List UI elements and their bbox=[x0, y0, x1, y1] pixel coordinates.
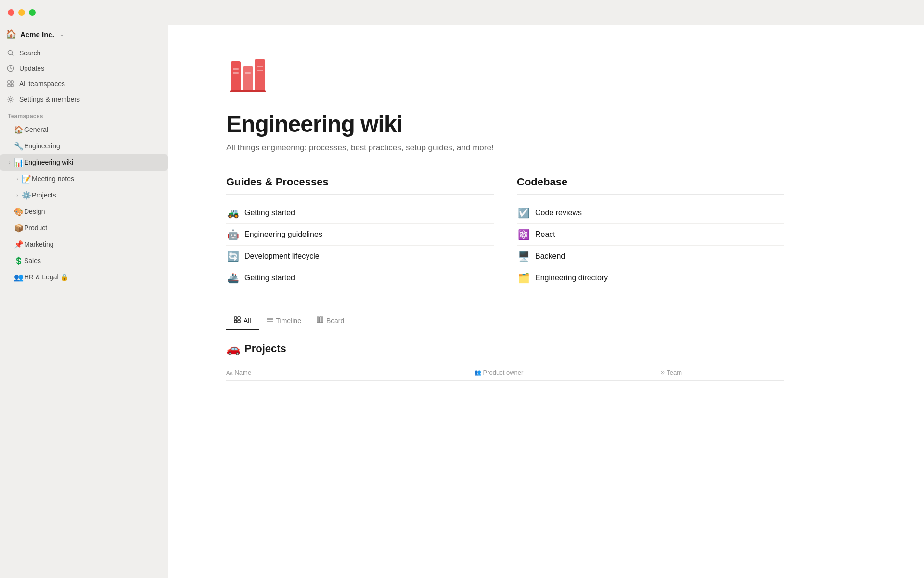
sidebar-engineering-label: Engineering bbox=[24, 142, 162, 150]
svg-rect-5 bbox=[8, 84, 10, 87]
svg-rect-20 bbox=[257, 70, 263, 71]
sidebar-item-search[interactable]: Search bbox=[0, 45, 168, 61]
projects-section: 🚗 Projects Aa Name 👥 Product owner ⊙ Tea… bbox=[226, 342, 784, 381]
tab-timeline[interactable]: Timeline bbox=[259, 312, 309, 330]
sidebar-item-general[interactable]: 🏠 General bbox=[0, 121, 168, 138]
tab-board[interactable]: Board bbox=[309, 312, 352, 330]
traffic-lights bbox=[8, 9, 36, 16]
sidebar-hr-legal-label: HR & Legal 🔒 bbox=[24, 273, 162, 281]
chevron-right-icon: › bbox=[6, 158, 13, 166]
link-getting-started-2[interactable]: 🚢 Getting started bbox=[226, 267, 494, 289]
sidebar-settings-label: Settings & members bbox=[19, 95, 80, 103]
sidebar-item-settings[interactable]: Settings & members bbox=[0, 92, 168, 107]
projects-section-title: Projects bbox=[244, 342, 286, 355]
sidebar-item-design[interactable]: 🎨 Design bbox=[0, 203, 168, 220]
code-reviews-icon: ☑️ bbox=[517, 207, 530, 219]
svg-rect-16 bbox=[233, 68, 239, 70]
page-content-area: Engineering wiki All things engineering:… bbox=[168, 25, 842, 409]
backend-label: Backend bbox=[535, 252, 565, 261]
sidebar-item-meeting-notes[interactable]: › 📝 Meeting notes bbox=[0, 171, 168, 187]
link-getting-started-1[interactable]: 🚜 Getting started bbox=[226, 202, 494, 224]
clock-icon bbox=[6, 64, 15, 73]
page-hero-icon bbox=[226, 54, 784, 99]
sidebar-product-label: Product bbox=[24, 224, 162, 232]
sidebar-all-teamspaces-label: All teamspaces bbox=[19, 80, 65, 88]
link-engineering-guidelines[interactable]: 🤖 Engineering guidelines bbox=[226, 224, 494, 246]
react-label: React bbox=[535, 230, 555, 239]
engineering-directory-label: Engineering directory bbox=[535, 274, 608, 282]
backend-icon: 🖥️ bbox=[517, 250, 530, 262]
workspace-name: Acme Inc. bbox=[20, 30, 54, 39]
col-owner-icon: 👥 bbox=[475, 369, 481, 376]
chevron-icon bbox=[6, 257, 13, 264]
getting-started-1-label: Getting started bbox=[244, 209, 295, 217]
codebase-section: Codebase ☑️ Code reviews ⚛️ React 🖥️ Bac… bbox=[517, 176, 784, 289]
sidebar-item-updates[interactable]: Updates bbox=[0, 61, 168, 76]
svg-rect-14 bbox=[255, 59, 265, 92]
chevron-icon bbox=[6, 224, 13, 232]
sidebar-item-marketing[interactable]: 📌 Marketing bbox=[0, 236, 168, 252]
projects-section-emoji: 🚗 bbox=[226, 342, 241, 355]
main-content: Engineering wiki All things engineering:… bbox=[168, 0, 924, 578]
react-icon: ⚛️ bbox=[517, 229, 530, 240]
link-development-lifecycle[interactable]: 🔄 Development lifecycle bbox=[226, 246, 494, 267]
sections-grid: Guides & Processes 🚜 Getting started 🤖 E… bbox=[226, 176, 784, 289]
svg-rect-6 bbox=[11, 84, 13, 87]
guides-section-title: Guides & Processes bbox=[226, 176, 494, 195]
svg-rect-13 bbox=[243, 66, 253, 92]
svg-line-1 bbox=[12, 54, 14, 56]
sidebar-item-projects[interactable]: › ⚙️ Projects bbox=[0, 187, 168, 203]
teamspaces-header: Teamspaces bbox=[0, 107, 168, 121]
svg-rect-28 bbox=[317, 317, 319, 323]
chevron-icon bbox=[6, 208, 13, 215]
svg-rect-24 bbox=[238, 320, 240, 323]
sidebar-item-all-teamspaces[interactable]: All teamspaces bbox=[0, 76, 168, 92]
page-subtitle: All things engineering: processes, best … bbox=[226, 143, 784, 153]
svg-rect-22 bbox=[238, 317, 240, 319]
meeting-notes-emoji: 📝 bbox=[21, 173, 32, 184]
tab-timeline-label: Timeline bbox=[276, 317, 301, 325]
engineering-directory-icon: 🗂️ bbox=[517, 272, 530, 284]
engineering-guidelines-icon: 🤖 bbox=[226, 229, 240, 240]
traffic-light-yellow[interactable] bbox=[18, 9, 25, 16]
tab-all-label: All bbox=[244, 317, 251, 325]
link-backend[interactable]: 🖥️ Backend bbox=[517, 246, 784, 267]
tab-all[interactable]: All bbox=[226, 312, 259, 330]
traffic-light-red[interactable] bbox=[8, 9, 14, 16]
sidebar-marketing-label: Marketing bbox=[24, 240, 162, 248]
svg-rect-15 bbox=[230, 90, 266, 92]
col-header-name: Aa Name bbox=[226, 369, 475, 376]
col-name-label: Name bbox=[234, 369, 251, 376]
chevron-right-icon: › bbox=[13, 191, 21, 199]
svg-rect-4 bbox=[11, 81, 13, 83]
svg-rect-23 bbox=[234, 320, 237, 323]
design-emoji: 🎨 bbox=[13, 206, 24, 217]
grid-icon bbox=[6, 79, 15, 89]
sidebar-item-hr-legal[interactable]: 👥 HR & Legal 🔒 bbox=[0, 269, 168, 285]
chevron-icon bbox=[6, 273, 13, 281]
marketing-emoji: 📌 bbox=[13, 239, 24, 250]
link-code-reviews[interactable]: ☑️ Code reviews bbox=[517, 202, 784, 224]
getting-started-1-icon: 🚜 bbox=[226, 207, 240, 219]
tab-board-icon bbox=[317, 316, 323, 325]
sidebar-item-sales[interactable]: 💲 Sales bbox=[0, 252, 168, 269]
sidebar-item-engineering-wiki[interactable]: › 📊 Engineering wiki bbox=[0, 154, 168, 171]
link-engineering-directory[interactable]: 🗂️ Engineering directory bbox=[517, 267, 784, 289]
chevron-right-icon: › bbox=[13, 175, 21, 183]
svg-rect-29 bbox=[319, 317, 321, 323]
col-name-icon: Aa bbox=[226, 370, 232, 376]
sidebar-design-label: Design bbox=[24, 208, 162, 215]
traffic-light-green[interactable] bbox=[29, 9, 36, 16]
col-team-label: Team bbox=[667, 369, 682, 376]
tab-timeline-icon bbox=[267, 316, 273, 325]
codebase-section-title: Codebase bbox=[517, 176, 784, 195]
link-react[interactable]: ⚛️ React bbox=[517, 224, 784, 246]
search-icon bbox=[6, 48, 15, 58]
workspace-switcher[interactable]: 🏠 Acme Inc. ⌄ bbox=[0, 25, 168, 43]
svg-rect-21 bbox=[234, 317, 237, 319]
chevron-icon bbox=[6, 142, 13, 150]
sidebar-item-product[interactable]: 📦 Product bbox=[0, 220, 168, 236]
development-lifecycle-label: Development lifecycle bbox=[244, 252, 320, 261]
sidebar-item-engineering[interactable]: 🔧 Engineering bbox=[0, 138, 168, 154]
sidebar-search-label: Search bbox=[19, 49, 40, 57]
